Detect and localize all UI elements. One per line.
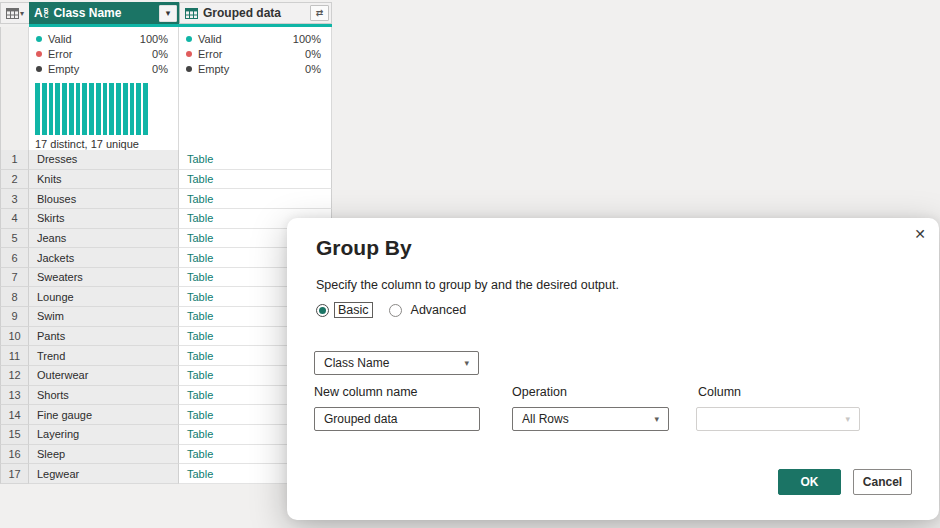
- row-number-cell[interactable]: 4: [0, 209, 29, 229]
- class-name-cell[interactable]: Outerwear: [29, 366, 179, 386]
- table-link[interactable]: Table: [187, 369, 213, 381]
- class-name-cell[interactable]: Lounge: [29, 287, 179, 307]
- new-column-name-input[interactable]: [314, 407, 480, 431]
- row-number-cell[interactable]: 8: [0, 287, 29, 307]
- quality-list: Valid100%Error0%Empty0%: [29, 31, 178, 76]
- class-name-cell[interactable]: Jackets: [29, 248, 179, 268]
- class-name-cell[interactable]: Knits: [29, 170, 179, 190]
- table-link[interactable]: Table: [187, 193, 213, 205]
- row-number-cell[interactable]: 15: [0, 425, 29, 445]
- row-number-cell[interactable]: 5: [0, 229, 29, 249]
- table-link[interactable]: Table: [187, 252, 213, 264]
- table-link[interactable]: Table: [187, 409, 213, 421]
- histogram-bar[interactable]: [35, 83, 40, 135]
- operation-dropdown[interactable]: All Rows ▾: [512, 407, 669, 431]
- row-number-cell[interactable]: 17: [0, 464, 29, 484]
- row-number-cell[interactable]: 7: [0, 268, 29, 288]
- filter-dropdown-button[interactable]: ▾: [159, 5, 177, 22]
- row-number-cell[interactable]: 13: [0, 386, 29, 406]
- class-name-cell[interactable]: Blouses: [29, 189, 179, 209]
- expand-column-button[interactable]: ⇄: [310, 5, 329, 21]
- row-number-cell[interactable]: 14: [0, 405, 29, 425]
- group-column-dropdown[interactable]: Class Name ▾: [314, 351, 479, 375]
- row-number-cell[interactable]: 6: [0, 248, 29, 268]
- histogram-bar[interactable]: [82, 83, 87, 135]
- histogram-bar[interactable]: [143, 83, 148, 135]
- group-column-value: Class Name: [324, 356, 389, 370]
- quality-value: 100%: [293, 33, 321, 45]
- dialog-subtitle: Specify the column to group by and the d…: [316, 278, 619, 292]
- quality-label: Valid: [48, 33, 140, 45]
- column-header-grouped-data[interactable]: Grouped data ⇄: [179, 2, 332, 24]
- histogram-bar[interactable]: [96, 83, 101, 135]
- radio-advanced[interactable]: Advanced: [389, 302, 471, 318]
- histogram-bar[interactable]: [136, 83, 141, 135]
- row-number-cell[interactable]: 3: [0, 189, 29, 209]
- histogram-bar[interactable]: [42, 83, 47, 135]
- table-link[interactable]: Table: [187, 153, 213, 165]
- class-name-cell[interactable]: Sleep: [29, 445, 179, 465]
- row-number-cell[interactable]: 16: [0, 445, 29, 465]
- grouped-data-cell[interactable]: Table: [179, 189, 332, 209]
- table-link[interactable]: Table: [187, 350, 213, 362]
- table-link[interactable]: Table: [187, 468, 213, 480]
- radio-circle-icon[interactable]: [316, 304, 329, 317]
- class-name-cell[interactable]: Legwear: [29, 464, 179, 484]
- histogram-bar[interactable]: [109, 83, 114, 135]
- histogram-bar[interactable]: [55, 83, 60, 135]
- class-name-cell[interactable]: Shorts: [29, 386, 179, 406]
- class-name-cell[interactable]: Sweaters: [29, 268, 179, 288]
- radio-basic[interactable]: Basic: [316, 302, 373, 318]
- histogram-bar[interactable]: [123, 83, 128, 135]
- close-icon[interactable]: ✕: [914, 226, 926, 242]
- table-link[interactable]: Table: [187, 310, 213, 322]
- table-link[interactable]: Table: [187, 291, 213, 303]
- valid-dot-icon: [186, 36, 192, 42]
- class-name-cell[interactable]: Swim: [29, 307, 179, 327]
- ok-button[interactable]: OK: [778, 469, 841, 495]
- row-number-cell[interactable]: 10: [0, 327, 29, 347]
- table-link[interactable]: Table: [187, 212, 213, 224]
- histogram-bar[interactable]: [49, 83, 54, 135]
- histogram-bar[interactable]: [69, 83, 74, 135]
- table-row: 1DressesTable: [0, 150, 332, 170]
- text-type-icon: ABC: [34, 8, 48, 19]
- histogram-bar[interactable]: [130, 83, 135, 135]
- histogram-bar[interactable]: [76, 83, 81, 135]
- table-link[interactable]: Table: [187, 271, 213, 283]
- row-number-cell[interactable]: 2: [0, 170, 29, 190]
- table-row: 14Fine gaugeTable: [0, 405, 332, 425]
- table-link[interactable]: Table: [187, 232, 213, 244]
- empty-dot-icon: [186, 66, 192, 72]
- class-name-cell[interactable]: Fine gauge: [29, 405, 179, 425]
- histogram-bar[interactable]: [89, 83, 94, 135]
- table-link[interactable]: Table: [187, 448, 213, 460]
- class-name-cell[interactable]: Pants: [29, 327, 179, 347]
- table-link[interactable]: Table: [187, 330, 213, 342]
- histogram-bar[interactable]: [62, 83, 67, 135]
- caret-down-icon: ▾: [20, 9, 24, 18]
- row-number-cell[interactable]: 12: [0, 366, 29, 386]
- histogram-bar[interactable]: [116, 83, 121, 135]
- class-name-cell[interactable]: Dresses: [29, 150, 179, 170]
- profile-grouped-data: Valid100%Error0%Empty0%: [179, 27, 332, 150]
- radio-circle-icon[interactable]: [389, 304, 402, 317]
- grouped-data-cell[interactable]: Table: [179, 150, 332, 170]
- class-name-cell[interactable]: Jeans: [29, 229, 179, 249]
- table-link[interactable]: Table: [187, 428, 213, 440]
- cancel-button[interactable]: Cancel: [853, 469, 912, 495]
- class-name-cell[interactable]: Skirts: [29, 209, 179, 229]
- radio-group: BasicAdvanced: [316, 302, 470, 318]
- column-header-class-name[interactable]: ABC Class Name ▾: [29, 2, 179, 24]
- grouped-data-cell[interactable]: Table: [179, 170, 332, 190]
- row-number-cell[interactable]: 11: [0, 346, 29, 366]
- class-name-cell[interactable]: Layering: [29, 425, 179, 445]
- table-link[interactable]: Table: [187, 173, 213, 185]
- row-number-cell[interactable]: 1: [0, 150, 29, 170]
- table-link[interactable]: Table: [187, 389, 213, 401]
- class-name-cell[interactable]: Trend: [29, 346, 179, 366]
- table-type-icon: [185, 8, 198, 19]
- histogram-bar[interactable]: [103, 83, 108, 135]
- row-number-cell[interactable]: 9: [0, 307, 29, 327]
- table-menu-button[interactable]: ▾: [0, 2, 29, 24]
